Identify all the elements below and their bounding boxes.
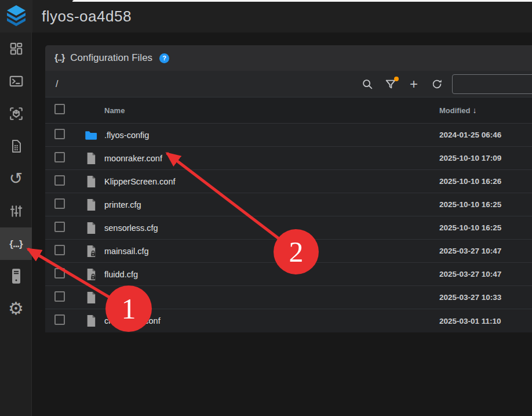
sidebar-item-jobs[interactable]: [0, 130, 32, 162]
sidebar-item-host-machine[interactable]: [0, 260, 32, 292]
file-table-row[interactable]: mainsail.cfg 2025-03-27 10:47 16.1: [45, 240, 532, 263]
history-icon: ↺: [9, 171, 23, 187]
file-size: 4.0 k: [516, 131, 532, 139]
file-modified: 2025-03-27 10:47: [439, 270, 516, 278]
file-name: .flyos-config: [104, 131, 439, 140]
top-bar: flyos-oa4d58: [0, 0, 532, 32]
dashboard-icon: [9, 41, 24, 56]
row-checkbox[interactable]: [54, 198, 65, 209]
table-header-row: Name Modified↓ Size: [45, 97, 532, 124]
add-file-button[interactable]: +: [402, 73, 425, 96]
file-table-row[interactable]: moonraker.conf 2025-10-10 17:09 0.6 k: [45, 147, 532, 170]
modified-column-header[interactable]: Modified↓: [439, 106, 516, 115]
file-size: 2.8 k: [516, 223, 532, 232]
file-name: mainsail.cfg: [104, 247, 439, 256]
select-all-checkbox[interactable]: [54, 104, 65, 114]
file-table-row[interactable]: KlipperScreen.conf 2025-10-10 16:26 0.4 …: [45, 170, 532, 193]
sidebar-nav: ↺ {...} ⚙: [0, 32, 32, 416]
file-table-body: .flyos-config 2024-01-25 06:46 4.0 k: [45, 124, 532, 332]
file-icon: [86, 152, 96, 165]
file-size: 1.8 k: [516, 293, 532, 302]
refresh-button[interactable]: [425, 73, 449, 96]
file-name: moonraker.conf: [104, 154, 439, 163]
file-modified: 2024-01-25 06:46: [439, 131, 516, 139]
host-machine-icon: [10, 268, 22, 284]
modified-header-label: Modified: [439, 106, 470, 115]
row-checkbox[interactable]: [54, 222, 65, 232]
file-lock-icon: [86, 245, 96, 258]
config-files-card: {..} Configuration Files ? /: [45, 45, 532, 332]
help-icon[interactable]: ?: [159, 53, 169, 63]
app-logo[interactable]: [0, 0, 32, 32]
folder-icon: [85, 130, 97, 140]
gcode-viewer-icon: [9, 106, 24, 121]
tune-icon: [9, 204, 24, 219]
file-name: sensorless.cfg: [104, 223, 439, 233]
sidebar-item-settings[interactable]: ⚙: [0, 292, 32, 325]
file-icon: [86, 314, 96, 327]
file-modified: 2025-10-10 16:25: [439, 200, 516, 209]
row-checkbox[interactable]: [54, 152, 65, 162]
file-name: fluidd.cfg: [104, 270, 439, 279]
sidebar-item-gcode-viewer[interactable]: [0, 97, 32, 130]
search-button[interactable]: [356, 73, 379, 96]
file-name: printer.cfg: [104, 200, 439, 209]
main-content: {..} Configuration Files ? /: [32, 32, 532, 416]
file-table-row[interactable]: fluidd.cfg 2025-03-27 10:47 16.2: [45, 263, 532, 286]
file-table-row[interactable]: crowsnest.conf 2025-03-01 11:10 2.8 k: [45, 309, 532, 332]
row-checkbox[interactable]: [54, 245, 65, 255]
plus-icon: +: [410, 77, 418, 91]
file-size: 16.1: [516, 247, 532, 255]
row-checkbox[interactable]: [54, 175, 65, 186]
row-checkbox[interactable]: [54, 291, 65, 302]
braces-icon: {..}: [54, 53, 64, 63]
file-size: 2.8 k: [516, 317, 532, 325]
filter-files-input[interactable]: [453, 79, 532, 89]
sidebar-item-history[interactable]: ↺: [0, 162, 32, 195]
file-size: 0.4 k: [516, 177, 532, 186]
file-size: 16.2: [516, 270, 532, 278]
file-size: 0.6 k: [516, 154, 532, 162]
file-name: crowsnest.conf: [104, 316, 439, 325]
filter-active-badge: [394, 77, 399, 81]
file-table-row[interactable]: sensorless.cfg 2025-10-10 16:25 2.8 k: [45, 216, 532, 240]
settings-gear-icon: ⚙: [8, 300, 24, 317]
file-size: 25.4: [516, 200, 532, 209]
console-icon: [9, 74, 24, 89]
file-icon: [86, 291, 96, 304]
file-icon: [86, 198, 96, 211]
file-table-row[interactable]: 2025-03-27 10:33 1.8 k: [45, 286, 532, 309]
row-checkbox[interactable]: [54, 268, 65, 278]
name-column-header[interactable]: Name: [104, 106, 439, 115]
sort-desc-icon: ↓: [472, 106, 476, 115]
filter-files-input-wrap: [452, 74, 532, 94]
file-table-row[interactable]: .flyos-config 2024-01-25 06:46 4.0 k: [45, 124, 532, 147]
mainsail-app: flyos-oa4d58: [0, 0, 532, 416]
printer-name-title: flyos-oa4d58: [42, 8, 132, 26]
file-toolbar: / +: [45, 71, 532, 97]
row-checkbox[interactable]: [54, 314, 65, 325]
filter-button[interactable]: [379, 73, 402, 96]
file-icon: [86, 222, 96, 234]
file-modified: 2025-10-10 16:25: [439, 223, 516, 232]
file-modified: 2025-10-10 17:09: [439, 154, 516, 162]
row-checkbox[interactable]: [54, 129, 65, 139]
page-title: Configuration Files: [70, 52, 152, 64]
card-header: {..} Configuration Files ?: [45, 45, 532, 71]
browser-edge-artifact: [72, 0, 532, 2]
sidebar-item-machine-config[interactable]: {...}: [0, 227, 32, 260]
jobs-list-icon: [9, 139, 23, 154]
file-modified: 2025-03-27 10:33: [439, 293, 516, 302]
refresh-icon: [431, 78, 443, 91]
file-name: KlipperScreen.conf: [104, 177, 439, 186]
breadcrumb-path[interactable]: /: [56, 79, 58, 89]
sidebar-item-console[interactable]: [0, 65, 32, 97]
file-modified: 2025-10-10 16:26: [439, 177, 516, 186]
file-modified: 2025-03-27 10:47: [439, 247, 516, 255]
sidebar-item-dashboard[interactable]: [0, 32, 32, 65]
file-table-row[interactable]: printer.cfg 2025-10-10 16:25 25.4: [45, 193, 532, 216]
sidebar-item-tune[interactable]: [0, 195, 32, 227]
mainsail-logo-icon: [5, 5, 27, 28]
size-column-header[interactable]: Size: [516, 106, 532, 115]
file-lock-icon: [86, 268, 96, 281]
